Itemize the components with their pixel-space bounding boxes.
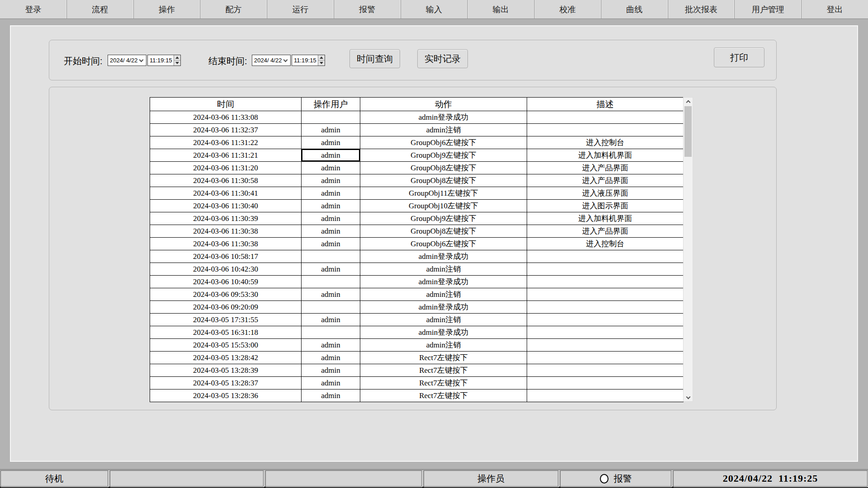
table-cell[interactable] (302, 301, 360, 314)
table-cell[interactable]: Rect7左键按下 (360, 389, 527, 402)
table-cell[interactable]: 2024-03-05 13:28:37 (150, 377, 302, 389)
table-cell[interactable]: admin (302, 263, 360, 276)
table-cell[interactable]: 2024-03-06 11:30:40 (150, 200, 302, 212)
table-cell[interactable] (302, 111, 360, 124)
table-cell[interactable]: Rect7左键按下 (360, 377, 527, 389)
spin-up-button[interactable] (318, 55, 325, 61)
table-cell[interactable]: 2024-03-06 11:31:22 (150, 136, 302, 149)
table-cell[interactable]: admin登录成功 (360, 276, 527, 288)
spin-down-button[interactable] (318, 61, 325, 66)
vertical-scrollbar[interactable] (683, 97, 693, 402)
table-cell[interactable]: admin (302, 339, 360, 352)
start-date-combobox[interactable]: 2024/ 4/22 (108, 55, 146, 66)
menu-item-用户管理[interactable]: 用户管理 (735, 0, 802, 19)
table-cell[interactable]: 2024-03-05 17:31:55 (150, 314, 302, 326)
table-cell[interactable]: 2024-03-06 10:40:59 (150, 276, 302, 288)
scroll-up-button[interactable] (684, 98, 693, 105)
table-cell[interactable] (527, 263, 684, 276)
table-cell[interactable]: admin (302, 225, 360, 238)
print-button[interactable]: 打印 (714, 47, 764, 67)
table-cell[interactable]: 2024-03-05 13:28:42 (150, 352, 302, 364)
scroll-down-button[interactable] (684, 394, 693, 401)
table-cell[interactable]: admin (302, 288, 360, 301)
menu-item-批次报表[interactable]: 批次报表 (668, 0, 735, 19)
table-cell[interactable]: admin登录成功 (360, 326, 527, 339)
table-cell[interactable]: 2024-03-06 11:30:38 (150, 238, 302, 250)
table-cell[interactable]: 进入控制台 (527, 238, 684, 250)
table-cell[interactable]: GroupObj8左键按下 (360, 225, 527, 238)
menu-item-曲线[interactable]: 曲线 (601, 0, 668, 19)
table-cell[interactable] (302, 250, 360, 263)
table-cell[interactable]: admin注销 (360, 288, 527, 301)
table-cell[interactable]: GroupObj8左键按下 (360, 174, 527, 187)
spin-up-button[interactable] (174, 55, 180, 61)
table-cell[interactable]: 进入加料机界面 (527, 212, 684, 225)
table-cell[interactable] (527, 288, 684, 301)
spin-down-button[interactable] (174, 61, 180, 66)
start-time-spinner[interactable]: 11:19:15 (147, 55, 181, 66)
table-cell[interactable]: 进入产品界面 (527, 174, 684, 187)
menu-item-校准[interactable]: 校准 (534, 0, 601, 19)
table-cell[interactable]: 进入控制台 (527, 136, 684, 149)
table-cell[interactable]: admin注销 (360, 339, 527, 352)
table-cell[interactable]: admin (302, 314, 360, 326)
menu-item-输出[interactable]: 输出 (467, 0, 534, 19)
table-cell[interactable] (527, 389, 684, 402)
table-cell[interactable]: Rect7左键按下 (360, 364, 527, 377)
table-cell[interactable] (527, 326, 684, 339)
table-cell[interactable]: admin (302, 377, 360, 389)
table-cell[interactable] (302, 326, 360, 339)
time-query-button[interactable]: 时间查询 (349, 49, 400, 68)
table-cell[interactable]: GroupObj10左键按下 (360, 200, 527, 212)
table-cell[interactable]: admin (302, 162, 360, 174)
table-cell[interactable]: 进入产品界面 (527, 162, 684, 174)
menu-item-报警[interactable]: 报警 (334, 0, 401, 19)
table-cell[interactable]: admin登录成功 (360, 250, 527, 263)
end-time-spinner[interactable]: 11:19:15 (292, 55, 325, 66)
realtime-record-button[interactable]: 实时记录 (417, 49, 468, 68)
table-cell[interactable]: 2024-03-06 11:32:37 (150, 124, 302, 136)
table-cell[interactable]: 2024-03-05 16:31:18 (150, 326, 302, 339)
table-cell[interactable]: admin注销 (360, 263, 527, 276)
table-cell[interactable]: GroupObj9左键按下 (360, 149, 527, 162)
table-cell[interactable]: admin (302, 187, 360, 200)
table-cell[interactable] (527, 377, 684, 389)
table-cell[interactable]: 2024-03-06 11:31:20 (150, 162, 302, 174)
menu-item-配方[interactable]: 配方 (200, 0, 267, 19)
table-cell[interactable]: admin注销 (360, 314, 527, 326)
table-cell[interactable]: 2024-03-06 11:30:39 (150, 212, 302, 225)
table-cell[interactable]: 2024-03-05 15:53:00 (150, 339, 302, 352)
table-cell[interactable]: GroupObj6左键按下 (360, 136, 527, 149)
table-cell[interactable]: admin登录成功 (360, 301, 527, 314)
table-cell[interactable]: 进入液压界面 (527, 187, 684, 200)
table-cell[interactable]: 2024-03-06 11:30:38 (150, 225, 302, 238)
table-cell[interactable]: admin注销 (360, 124, 527, 136)
table-cell[interactable]: admin (302, 124, 360, 136)
table-cell[interactable]: admin (302, 212, 360, 225)
table-cell[interactable]: 进入产品界面 (527, 225, 684, 238)
table-cell[interactable]: 2024-03-06 10:42:30 (150, 263, 302, 276)
scrollbar-thumb[interactable] (684, 106, 692, 157)
table-cell[interactable]: admin (302, 238, 360, 250)
table-cell[interactable]: 2024-03-06 11:31:21 (150, 149, 302, 162)
table-cell[interactable]: GroupObj8左键按下 (360, 162, 527, 174)
table-cell[interactable]: admin (302, 200, 360, 212)
table-cell[interactable]: admin登录成功 (360, 111, 527, 124)
table-cell[interactable]: 2024-03-06 11:30:58 (150, 174, 302, 187)
table-cell[interactable] (527, 352, 684, 364)
table-cell[interactable] (527, 276, 684, 288)
table-cell[interactable]: 2024-03-06 11:33:08 (150, 111, 302, 124)
table-cell[interactable]: admin (302, 389, 360, 402)
table-cell[interactable]: 2024-03-05 13:28:36 (150, 389, 302, 402)
table-cell[interactable]: admin (302, 174, 360, 187)
table-cell[interactable]: 2024-03-05 13:28:39 (150, 364, 302, 377)
table-cell[interactable]: 2024-03-06 09:53:30 (150, 288, 302, 301)
table-cell[interactable]: 2024-03-06 09:20:09 (150, 301, 302, 314)
table-cell[interactable] (527, 364, 684, 377)
table-cell[interactable]: Rect7左键按下 (360, 352, 527, 364)
menu-item-操作[interactable]: 操作 (134, 0, 201, 19)
table-cell[interactable]: admin (302, 352, 360, 364)
end-date-combobox[interactable]: 2024/ 4/22 (252, 55, 291, 66)
table-cell[interactable] (302, 276, 360, 288)
table-cell[interactable]: 进入图示界面 (527, 200, 684, 212)
